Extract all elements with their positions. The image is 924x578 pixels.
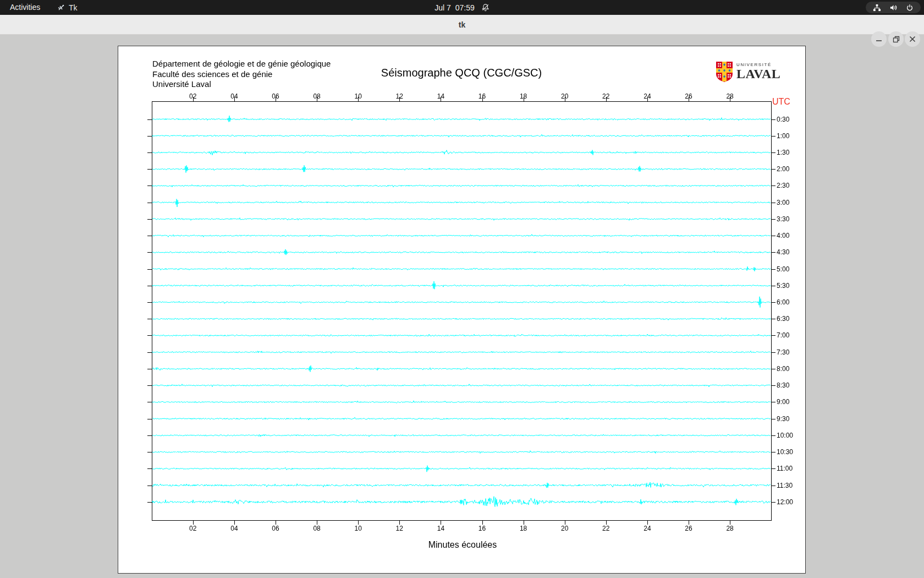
x-tick-label-bottom: 20 [554, 525, 576, 532]
x-tick-label-bottom: 06 [265, 525, 287, 532]
x-tick-label-top: 16 [471, 92, 493, 100]
time-label: 2:30 [777, 182, 789, 189]
x-tick-label-top: 22 [595, 92, 617, 100]
x-tick-label-top: 10 [347, 92, 369, 100]
time-label: 1:30 [777, 149, 789, 156]
time-label: 5:00 [777, 265, 789, 273]
universite-laval-logo: UNIVERSITÉ LAVAL [716, 61, 780, 83]
activities-button[interactable]: Activities [10, 0, 40, 15]
logo-laval-text: LAVAL [736, 67, 780, 80]
time-label: 4:00 [777, 232, 789, 239]
time-label: 7:30 [777, 348, 789, 356]
time-label: 10:00 [777, 432, 793, 439]
x-tick-label-top: 24 [636, 92, 658, 100]
seismogram-plot [118, 46, 806, 574]
time-label: 6:30 [777, 315, 789, 323]
window-title: tk [0, 15, 924, 35]
time-label: 3:30 [777, 215, 789, 223]
time-label: 7:00 [777, 331, 789, 339]
clock-menu[interactable]: Jul 7 07:59 [435, 0, 490, 15]
x-tick-label-top: 08 [306, 92, 328, 100]
time-label: 8:30 [777, 381, 789, 389]
x-tick-label-bottom: 16 [471, 525, 493, 532]
x-tick-label-top: 12 [388, 92, 410, 100]
x-tick-label-bottom: 18 [513, 525, 535, 532]
clock-time: 07:59 [455, 3, 475, 12]
header-line-3: Université Laval [152, 79, 331, 90]
seismograph-window: Département de géologie et de génie géol… [118, 46, 806, 574]
gnome-top-bar: Activities Tk Jul 7 07:59 [0, 0, 924, 15]
time-label: 1:00 [777, 132, 789, 140]
time-label: 9:30 [777, 415, 789, 423]
x-tick-label-top: 28 [719, 92, 741, 100]
x-tick-label-bottom: 22 [595, 525, 617, 532]
x-tick-label-bottom: 04 [223, 525, 245, 532]
volume-icon [889, 4, 898, 12]
window-titlebar[interactable]: tk [0, 15, 924, 35]
laval-shield-icon [716, 61, 733, 83]
time-label: 3:00 [777, 199, 789, 206]
time-label: 11:30 [777, 482, 793, 489]
x-tick-label-top: 02 [182, 92, 204, 100]
x-tick-label-bottom: 26 [678, 525, 700, 532]
x-tick-label-top: 18 [513, 92, 535, 100]
time-label: 5:30 [777, 282, 789, 290]
network-wired-icon [873, 4, 881, 12]
x-tick-label-bottom: 08 [306, 525, 328, 532]
plot-title: Séismographe QCQ (CGC/GSC) [152, 67, 771, 79]
time-label: 4:30 [777, 248, 789, 256]
x-tick-label-top: 04 [223, 92, 245, 100]
system-status-area[interactable] [866, 2, 921, 13]
focused-app-label: Tk [69, 3, 78, 12]
x-tick-label-bottom: 12 [388, 525, 410, 532]
x-tick-label-bottom: 14 [430, 525, 452, 532]
x-tick-label-top: 06 [265, 92, 287, 100]
time-label: 8:00 [777, 365, 789, 373]
time-label: 10:30 [777, 448, 793, 456]
time-label: 0:30 [777, 116, 789, 123]
minimize-button[interactable] [871, 31, 887, 47]
x-tick-label-bottom: 10 [347, 525, 369, 532]
x-axis-title: Minutes écoulées [152, 540, 773, 550]
clock-date: Jul 7 [435, 3, 451, 12]
time-label: 2:00 [777, 165, 789, 173]
time-label: 9:00 [777, 398, 789, 406]
time-label: 11:00 [777, 465, 793, 472]
x-tick-label-top: 26 [678, 92, 700, 100]
close-button[interactable] [905, 31, 920, 47]
x-tick-label-top: 20 [554, 92, 576, 100]
maximize-button[interactable] [888, 31, 904, 47]
utc-axis-label: UTC [772, 97, 790, 107]
x-tick-label-bottom: 02 [182, 525, 204, 532]
time-label: 12:00 [777, 498, 793, 506]
desktop-background: Département de géologie et de génie géol… [0, 35, 924, 578]
x-tick-label-bottom: 24 [636, 525, 658, 532]
time-label: 6:00 [777, 298, 789, 306]
focused-app-menu[interactable]: Tk [57, 0, 78, 15]
x-tick-label-top: 14 [430, 92, 452, 100]
power-icon [906, 4, 914, 12]
tk-app-icon [57, 4, 65, 12]
x-tick-label-bottom: 28 [719, 525, 741, 532]
notifications-muted-icon [481, 3, 490, 12]
